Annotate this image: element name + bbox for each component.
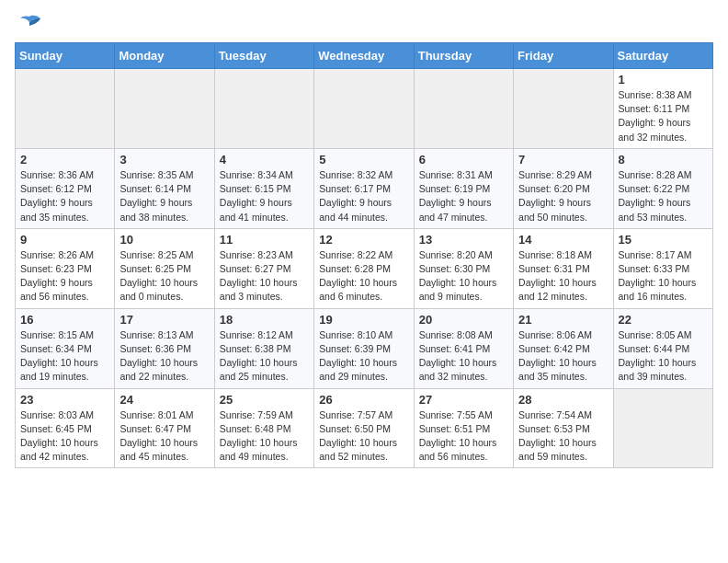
day-number: 10 xyxy=(119,233,209,247)
day-number: 2 xyxy=(20,153,109,167)
day-info: Sunrise: 8:26 AM Sunset: 6:23 PM Dayligh… xyxy=(20,249,94,303)
day-info: Sunrise: 7:59 AM Sunset: 6:48 PM Dayligh… xyxy=(220,409,298,463)
calendar-week-row: 1Sunrise: 8:38 AM Sunset: 6:11 PM Daylig… xyxy=(16,69,713,149)
day-info: Sunrise: 8:17 AM Sunset: 6:33 PM Dayligh… xyxy=(619,249,697,303)
calendar-day-cell: 17Sunrise: 8:13 AM Sunset: 6:36 PM Dayli… xyxy=(115,308,214,388)
calendar-day-cell: 18Sunrise: 8:12 AM Sunset: 6:38 PM Dayli… xyxy=(214,308,313,388)
calendar-day-cell: 23Sunrise: 8:03 AM Sunset: 6:45 PM Dayli… xyxy=(16,388,115,468)
day-info: Sunrise: 8:34 AM Sunset: 6:15 PM Dayligh… xyxy=(220,169,293,223)
logo xyxy=(15,15,42,31)
calendar-day-cell: 25Sunrise: 7:59 AM Sunset: 6:48 PM Dayli… xyxy=(214,388,313,468)
weekday-header-tuesday: Tuesday xyxy=(214,43,313,69)
calendar-body: 1Sunrise: 8:38 AM Sunset: 6:11 PM Daylig… xyxy=(16,69,713,468)
calendar-day-cell: 6Sunrise: 8:31 AM Sunset: 6:19 PM Daylig… xyxy=(414,148,513,228)
day-number: 4 xyxy=(220,153,309,167)
day-number: 6 xyxy=(419,153,508,167)
page-header xyxy=(15,15,713,31)
calendar-day-cell: 9Sunrise: 8:26 AM Sunset: 6:23 PM Daylig… xyxy=(16,228,115,308)
calendar-day-cell xyxy=(214,69,313,149)
calendar-day-cell: 5Sunrise: 8:32 AM Sunset: 6:17 PM Daylig… xyxy=(314,148,414,228)
day-number: 26 xyxy=(319,393,408,407)
weekday-header-saturday: Saturday xyxy=(613,43,712,69)
day-info: Sunrise: 8:28 AM Sunset: 6:22 PM Dayligh… xyxy=(619,169,692,223)
calendar-day-cell: 2Sunrise: 8:36 AM Sunset: 6:12 PM Daylig… xyxy=(16,148,115,228)
calendar-day-cell: 11Sunrise: 8:23 AM Sunset: 6:27 PM Dayli… xyxy=(214,228,313,308)
day-info: Sunrise: 8:03 AM Sunset: 6:45 PM Dayligh… xyxy=(20,409,98,463)
day-info: Sunrise: 8:13 AM Sunset: 6:36 PM Dayligh… xyxy=(119,329,198,383)
calendar-day-cell: 4Sunrise: 8:34 AM Sunset: 6:15 PM Daylig… xyxy=(214,148,313,228)
day-info: Sunrise: 8:36 AM Sunset: 6:12 PM Dayligh… xyxy=(20,169,94,223)
day-info: Sunrise: 8:06 AM Sunset: 6:42 PM Dayligh… xyxy=(518,329,597,383)
calendar-day-cell: 20Sunrise: 8:08 AM Sunset: 6:41 PM Dayli… xyxy=(414,308,513,388)
calendar-day-cell: 22Sunrise: 8:05 AM Sunset: 6:44 PM Dayli… xyxy=(613,308,712,388)
weekday-header-sunday: Sunday xyxy=(16,43,115,69)
day-number: 20 xyxy=(419,313,508,327)
day-info: Sunrise: 8:29 AM Sunset: 6:20 PM Dayligh… xyxy=(518,169,592,223)
day-number: 3 xyxy=(119,153,209,167)
calendar-day-cell: 15Sunrise: 8:17 AM Sunset: 6:33 PM Dayli… xyxy=(613,228,712,308)
calendar-day-cell xyxy=(115,69,214,149)
day-number: 19 xyxy=(319,313,408,327)
calendar-day-cell: 13Sunrise: 8:20 AM Sunset: 6:30 PM Dayli… xyxy=(414,228,513,308)
day-info: Sunrise: 8:10 AM Sunset: 6:39 PM Dayligh… xyxy=(319,329,397,383)
day-number: 8 xyxy=(619,153,708,167)
day-info: Sunrise: 8:05 AM Sunset: 6:44 PM Dayligh… xyxy=(619,329,697,383)
day-number: 16 xyxy=(20,313,109,327)
day-info: Sunrise: 8:12 AM Sunset: 6:38 PM Dayligh… xyxy=(220,329,298,383)
day-number: 23 xyxy=(20,393,109,407)
day-number: 21 xyxy=(518,313,608,327)
day-info: Sunrise: 8:23 AM Sunset: 6:27 PM Dayligh… xyxy=(220,249,298,303)
day-info: Sunrise: 8:32 AM Sunset: 6:17 PM Dayligh… xyxy=(319,169,392,223)
day-info: Sunrise: 7:57 AM Sunset: 6:50 PM Dayligh… xyxy=(319,409,397,463)
day-number: 7 xyxy=(518,153,608,167)
day-info: Sunrise: 8:31 AM Sunset: 6:19 PM Dayligh… xyxy=(419,169,493,223)
calendar-day-cell: 8Sunrise: 8:28 AM Sunset: 6:22 PM Daylig… xyxy=(613,148,712,228)
day-number: 12 xyxy=(319,233,408,247)
weekday-header-friday: Friday xyxy=(514,43,613,69)
calendar-day-cell: 19Sunrise: 8:10 AM Sunset: 6:39 PM Dayli… xyxy=(314,308,414,388)
calendar-day-cell: 3Sunrise: 8:35 AM Sunset: 6:14 PM Daylig… xyxy=(115,148,214,228)
calendar-day-cell xyxy=(414,69,513,149)
day-number: 28 xyxy=(518,393,608,407)
day-number: 1 xyxy=(619,73,708,86)
day-info: Sunrise: 8:18 AM Sunset: 6:31 PM Dayligh… xyxy=(518,249,597,303)
calendar-day-cell: 10Sunrise: 8:25 AM Sunset: 6:25 PM Dayli… xyxy=(115,228,214,308)
calendar-header: SundayMondayTuesdayWednesdayThursdayFrid… xyxy=(16,43,713,69)
weekday-header-monday: Monday xyxy=(115,43,214,69)
calendar-day-cell: 16Sunrise: 8:15 AM Sunset: 6:34 PM Dayli… xyxy=(16,308,115,388)
day-number: 15 xyxy=(619,233,708,247)
calendar-day-cell xyxy=(16,69,115,149)
calendar-day-cell: 12Sunrise: 8:22 AM Sunset: 6:28 PM Dayli… xyxy=(314,228,414,308)
calendar-day-cell xyxy=(314,69,414,149)
calendar-day-cell: 14Sunrise: 8:18 AM Sunset: 6:31 PM Dayli… xyxy=(514,228,613,308)
weekday-header-row: SundayMondayTuesdayWednesdayThursdayFrid… xyxy=(16,43,713,69)
day-number: 14 xyxy=(518,233,608,247)
calendar-day-cell: 28Sunrise: 7:54 AM Sunset: 6:53 PM Dayli… xyxy=(514,388,613,468)
logo-bird-icon xyxy=(17,15,42,35)
day-info: Sunrise: 8:35 AM Sunset: 6:14 PM Dayligh… xyxy=(119,169,193,223)
day-info: Sunrise: 8:22 AM Sunset: 6:28 PM Dayligh… xyxy=(319,249,397,303)
day-number: 25 xyxy=(220,393,309,407)
calendar-table: SundayMondayTuesdayWednesdayThursdayFrid… xyxy=(15,42,713,468)
day-info: Sunrise: 8:08 AM Sunset: 6:41 PM Dayligh… xyxy=(419,329,497,383)
day-info: Sunrise: 8:20 AM Sunset: 6:30 PM Dayligh… xyxy=(419,249,497,303)
calendar-day-cell: 26Sunrise: 7:57 AM Sunset: 6:50 PM Dayli… xyxy=(314,388,414,468)
day-number: 9 xyxy=(20,233,109,247)
calendar-day-cell: 7Sunrise: 8:29 AM Sunset: 6:20 PM Daylig… xyxy=(514,148,613,228)
day-number: 27 xyxy=(419,393,508,407)
day-number: 13 xyxy=(419,233,508,247)
day-info: Sunrise: 8:15 AM Sunset: 6:34 PM Dayligh… xyxy=(20,329,98,383)
calendar-day-cell: 24Sunrise: 8:01 AM Sunset: 6:47 PM Dayli… xyxy=(115,388,214,468)
weekday-header-thursday: Thursday xyxy=(414,43,513,69)
day-number: 24 xyxy=(119,393,209,407)
day-number: 18 xyxy=(220,313,309,327)
calendar-day-cell: 27Sunrise: 7:55 AM Sunset: 6:51 PM Dayli… xyxy=(414,388,513,468)
day-number: 5 xyxy=(319,153,408,167)
calendar-week-row: 23Sunrise: 8:03 AM Sunset: 6:45 PM Dayli… xyxy=(16,388,713,468)
day-number: 17 xyxy=(119,313,209,327)
day-number: 22 xyxy=(619,313,708,327)
calendar-day-cell: 1Sunrise: 8:38 AM Sunset: 6:11 PM Daylig… xyxy=(613,69,712,149)
calendar-day-cell xyxy=(514,69,613,149)
calendar-week-row: 16Sunrise: 8:15 AM Sunset: 6:34 PM Dayli… xyxy=(16,308,713,388)
day-number: 11 xyxy=(220,233,309,247)
